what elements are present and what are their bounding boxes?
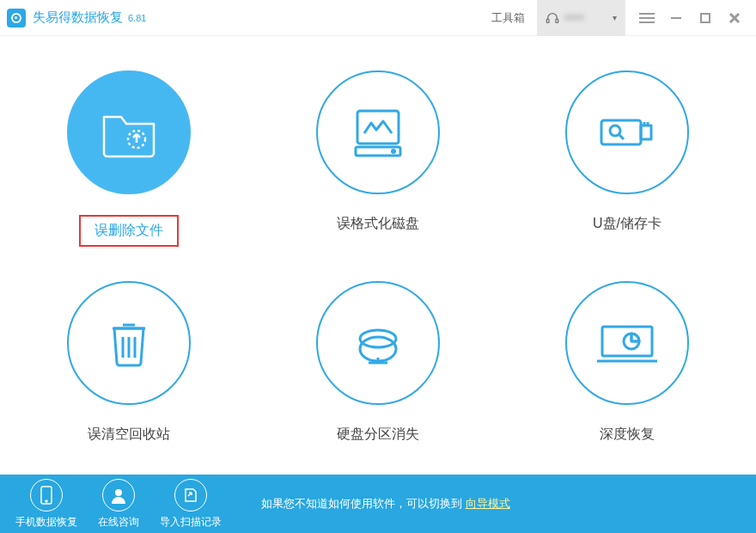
option-deep-recovery-label: 深度恢复 (600, 426, 655, 444)
lost-partition-icon (316, 281, 440, 405)
phone-icon (30, 479, 63, 512)
option-recycle-bin-label: 误清空回收站 (88, 426, 170, 444)
deleted-files-icon (67, 70, 191, 194)
menu-button[interactable] (632, 0, 662, 36)
svg-point-12 (393, 150, 395, 153)
option-deleted-files[interactable]: 误删除文件 (17, 70, 241, 264)
option-deleted-files-label: 误删除文件 (79, 215, 179, 247)
headset-icon (546, 11, 559, 25)
import-icon (174, 479, 207, 512)
deep-recovery-icon (565, 281, 689, 405)
option-usb-card-label: U盘/储存卡 (593, 215, 662, 233)
phone-recovery-button[interactable]: 手机数据恢复 (10, 479, 82, 530)
option-usb-card[interactable]: U盘/储存卡 (515, 70, 739, 264)
hint-prefix: 如果您不知道如何使用软件，可以切换到 (261, 497, 466, 510)
option-lost-partition-label: 硬盘分区消失 (337, 426, 419, 444)
recovery-options-grid: 误删除文件 误格式化磁盘 U盘/储存卡 (0, 36, 756, 475)
svg-line-18 (619, 134, 624, 139)
online-chat-label: 在线咨询 (98, 515, 139, 530)
option-formatted-disk-label: 误格式化磁盘 (337, 215, 419, 233)
svg-rect-14 (641, 126, 651, 139)
titlebar: 失易得数据恢复 6.81 工具箱 ••••• ▾ (0, 0, 756, 36)
svg-point-31 (46, 500, 47, 502)
svg-rect-25 (602, 327, 652, 356)
footer: 手机数据恢复 在线咨询 导入扫描记录 如果您不知道如何使用软件，可以切换到 向导… (0, 475, 756, 533)
svg-rect-6 (701, 14, 710, 22)
recycle-bin-icon (67, 281, 191, 405)
wizard-mode-link[interactable]: 向导模式 (466, 497, 510, 510)
phone-recovery-label: 手机数据恢复 (15, 515, 77, 530)
toolbox-label: 工具箱 (491, 10, 525, 26)
app-logo-icon (7, 9, 26, 28)
option-lost-partition[interactable]: 硬盘分区消失 (266, 281, 490, 475)
footer-hint: 如果您不知道如何使用软件，可以切换到 向导模式 (261, 496, 510, 512)
svg-rect-0 (546, 19, 549, 22)
minimize-button[interactable] (662, 0, 691, 36)
import-scan-button[interactable]: 导入扫描记录 (155, 479, 227, 530)
maximize-button[interactable] (691, 0, 720, 36)
svg-point-22 (360, 330, 396, 347)
formatted-disk-icon (316, 70, 440, 194)
usb-card-icon (565, 70, 689, 194)
app-version: 6.81 (128, 13, 146, 23)
svg-point-32 (115, 489, 122, 496)
user-name-blurred: ••••• (564, 11, 607, 24)
chevron-down-icon: ▾ (613, 13, 617, 22)
option-recycle-bin[interactable]: 误清空回收站 (17, 281, 241, 475)
toolbox-button[interactable]: 工具箱 (491, 10, 525, 26)
online-chat-button[interactable]: 在线咨询 (82, 479, 155, 530)
user-dropdown[interactable]: ••••• ▾ (537, 0, 625, 36)
import-scan-label: 导入扫描记录 (160, 515, 222, 530)
svg-rect-1 (556, 19, 558, 22)
close-button[interactable] (720, 0, 749, 36)
app-title: 失易得数据恢复 (33, 9, 123, 26)
person-icon (102, 479, 135, 512)
option-formatted-disk[interactable]: 误格式化磁盘 (266, 70, 490, 264)
option-deep-recovery[interactable]: 深度恢复 (515, 281, 739, 475)
